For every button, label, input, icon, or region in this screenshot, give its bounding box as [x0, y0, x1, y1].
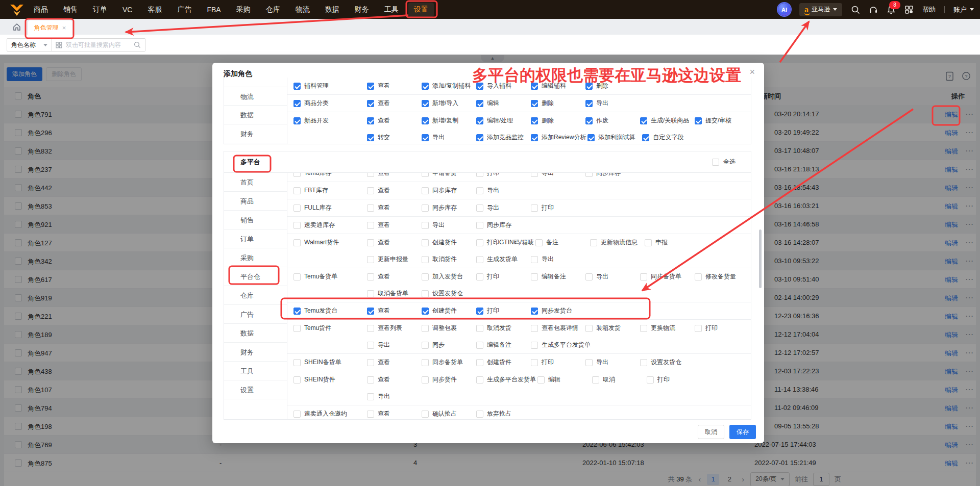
nav-item-FBA[interactable]: FBA [207, 6, 220, 14]
perm-checkbox-查看[interactable] [367, 239, 374, 246]
perm-checkbox-查看[interactable] [367, 222, 374, 229]
perm-checkbox-查看[interactable] [367, 187, 374, 194]
search-field-select[interactable]: 角色名称 [7, 38, 52, 52]
perm-checkbox-编辑[interactable] [476, 100, 483, 107]
perm-checkbox-生成/关联商品[interactable] [640, 117, 647, 124]
category-item-仓库[interactable]: 仓库 [224, 286, 287, 305]
select-all-checkbox[interactable] [712, 159, 719, 166]
nav-item-仓库[interactable]: 仓库 [266, 5, 280, 14]
perm-checkbox-导出[interactable] [422, 222, 429, 229]
home-icon[interactable] [12, 22, 21, 32]
category-item-财务[interactable]: 财务 [224, 343, 287, 362]
perm-checkbox-编辑[interactable] [537, 376, 545, 383]
headset-icon[interactable] [869, 5, 878, 14]
perm-checkbox-同步备货单[interactable] [422, 359, 429, 366]
perm-checkbox-删除[interactable] [531, 100, 538, 107]
select-all-permissions[interactable]: 全选 [712, 158, 736, 166]
perm-checkbox-查看[interactable] [367, 411, 374, 418]
perm-checkbox-打印GTIN码/箱唛[interactable] [476, 239, 483, 246]
perm-checkbox-查看包裹详情[interactable] [531, 325, 538, 332]
nav-item-财务[interactable]: 财务 [355, 5, 369, 14]
perm-checkbox-Temu货件[interactable] [293, 325, 301, 332]
perm-checkbox-确认抢占[interactable] [422, 411, 429, 418]
category-item-工具[interactable]: 工具 [224, 362, 287, 380]
nav-item-设置[interactable]: 设置 [408, 3, 434, 17]
perm-checkbox-提交/审核[interactable] [695, 117, 702, 124]
nav-item-客服[interactable]: 客服 [148, 5, 162, 14]
perm-checkbox-生成多平台发货单[interactable] [531, 342, 538, 349]
perm-checkbox-速卖通库存[interactable] [293, 222, 301, 229]
perm-checkbox-Temu库存[interactable] [293, 173, 301, 177]
perm-checkbox-导出[interactable] [367, 342, 374, 349]
perm-checkbox-Walmart货件[interactable] [293, 239, 301, 246]
perm-checkbox-更新申报量[interactable] [367, 256, 374, 263]
perm-checkbox-设置发货仓[interactable] [422, 290, 429, 297]
notifications-button[interactable]: 8 [887, 5, 896, 14]
perm-checkbox-生成发货单[interactable] [476, 256, 483, 263]
category-item-财务[interactable]: 财务 [224, 124, 287, 143]
modal-close-icon[interactable]: × [749, 67, 755, 78]
perm-checkbox-生成多平台发货单[interactable] [476, 376, 483, 383]
perm-checkbox-修改备货量[interactable] [695, 273, 702, 280]
perm-checkbox-同步库存[interactable] [422, 204, 429, 212]
nav-item-数据[interactable]: 数据 [325, 5, 339, 14]
category-item-商品[interactable]: 商品 [224, 192, 287, 211]
perm-checkbox-编辑备注[interactable] [476, 342, 483, 349]
nav-item-VC[interactable]: VC [122, 6, 132, 14]
perm-checkbox-取消[interactable] [592, 376, 599, 383]
perm-checkbox-新增/导入[interactable] [422, 100, 429, 107]
perm-checkbox-打印[interactable] [476, 173, 483, 177]
perm-checkbox-加入发货台[interactable] [422, 273, 429, 280]
account-menu[interactable]: 账户 [953, 5, 974, 14]
perm-checkbox-Temu发货台[interactable] [293, 308, 301, 315]
perm-checkbox-同步货件[interactable] [422, 376, 429, 383]
nav-item-物流[interactable]: 物流 [296, 5, 310, 14]
perm-checkbox-调整包裹[interactable] [422, 325, 429, 332]
perm-checkbox-同步库存[interactable] [585, 173, 593, 177]
perm-checkbox-导出[interactable] [585, 100, 593, 107]
perm-checkbox-导入辅料[interactable] [476, 83, 483, 90]
category-item-采购[interactable]: 采购 [224, 248, 287, 267]
perm-checkbox-取消备货单[interactable] [367, 290, 374, 297]
magnifier-icon[interactable] [134, 41, 141, 48]
perm-checkbox-添加利润试算[interactable] [587, 134, 595, 141]
perm-checkbox-创建货件[interactable] [476, 359, 483, 366]
perm-checkbox-新品开发[interactable] [293, 117, 301, 124]
perm-checkbox-编辑备注[interactable] [531, 273, 538, 280]
category-item-销售[interactable]: 销售 [224, 211, 287, 229]
perm-checkbox-同步库存[interactable] [422, 187, 429, 194]
nav-item-工具[interactable]: 工具 [384, 5, 399, 14]
perm-checkbox-添加竞品监控[interactable] [476, 134, 483, 141]
perm-checkbox-导出[interactable] [476, 187, 483, 194]
perm-checkbox-FBT库存[interactable] [293, 187, 301, 194]
nav-item-订单[interactable]: 订单 [93, 5, 107, 14]
perm-checkbox-查看[interactable] [367, 173, 374, 177]
nav-item-采购[interactable]: 采购 [236, 5, 251, 14]
perm-checkbox-速卖通入仓邀约[interactable] [293, 411, 301, 418]
perm-checkbox-自定义字段[interactable] [642, 134, 649, 141]
perm-checkbox-查看[interactable] [367, 376, 374, 383]
search-icon[interactable] [851, 5, 860, 14]
cancel-button[interactable]: 取消 [698, 425, 724, 439]
perm-checkbox-导出[interactable] [585, 359, 593, 366]
perm-checkbox-转交[interactable] [367, 134, 374, 141]
category-item-首页[interactable]: 首页 [224, 173, 287, 192]
perm-checkbox-辅料管理[interactable] [293, 83, 301, 90]
perm-checkbox-申请备货[interactable] [422, 173, 429, 177]
ai-assistant-button[interactable]: AI [778, 3, 791, 16]
perm-checkbox-取消发货[interactable] [476, 325, 483, 332]
perm-checkbox-添加Review分析[interactable] [531, 134, 538, 141]
perm-checkbox-查看[interactable] [367, 117, 374, 124]
perm-checkbox-取消货件[interactable] [422, 256, 429, 263]
category-item-广告[interactable]: 广告 [224, 305, 287, 324]
category-item-平台仓[interactable]: 平台仓 [224, 267, 287, 286]
nav-item-销售[interactable]: 销售 [63, 5, 78, 14]
category-item-数据[interactable]: 数据 [224, 106, 287, 124]
perm-checkbox-查看[interactable] [367, 273, 374, 280]
perm-checkbox-SHEIN备货单[interactable] [293, 359, 301, 366]
perm-checkbox-打印[interactable] [531, 204, 538, 212]
perm-checkbox-导出[interactable] [367, 393, 374, 400]
perm-checkbox-查看[interactable] [367, 359, 374, 366]
perm-checkbox-打印[interactable] [647, 376, 654, 383]
perm-checkbox-更新物流信息[interactable] [590, 239, 597, 246]
